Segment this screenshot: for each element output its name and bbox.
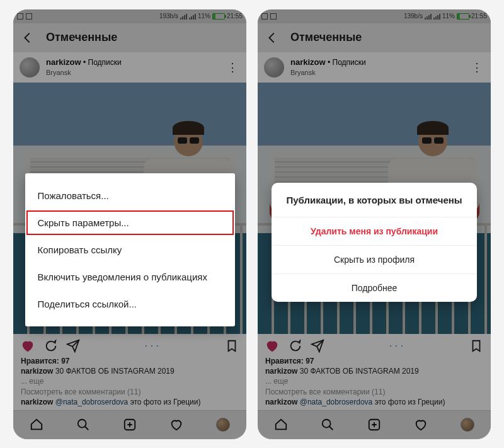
options-menu: Пожаловаться...Скрыть параметры...Копиро… (25, 173, 235, 326)
screen-right: 139b/s 11% 21:55 Отмеченные narkizow • П… (258, 9, 491, 439)
menu-item[interactable]: Копировать ссылку (25, 236, 235, 263)
menu-item[interactable]: Пожаловаться... (25, 182, 235, 209)
menu-item[interactable]: Включить уведомления о публикациях (25, 263, 235, 290)
dialog-option[interactable]: Подробнее (272, 274, 477, 302)
tagged-dialog: Публикации, в которых вы отмечены Удалит… (272, 183, 477, 302)
phone-left: 193b/s 11% 21:55 Отмеченные narkizow • П… (13, 9, 246, 439)
dialog-option[interactable]: Скрыть из профиля (272, 246, 477, 274)
screen-left: 193b/s 11% 21:55 Отмеченные narkizow • П… (13, 9, 246, 439)
menu-item[interactable]: Скрыть параметры... (25, 209, 235, 236)
menu-item[interactable]: Поделиться ссылкой... (25, 290, 235, 318)
dialog-option[interactable]: Удалить меня из публикации (272, 217, 477, 246)
dialog-title: Публикации, в которых вы отмечены (272, 183, 477, 217)
phone-right: 139b/s 11% 21:55 Отмеченные narkizow • П… (258, 9, 491, 439)
